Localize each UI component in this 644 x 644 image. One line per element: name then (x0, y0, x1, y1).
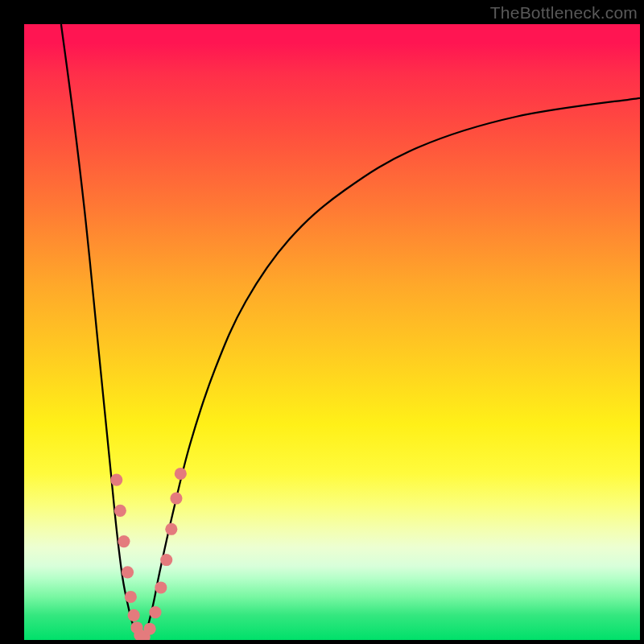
highlight-dot (175, 468, 187, 480)
highlight-dot (149, 606, 161, 618)
highlight-dot (165, 523, 177, 535)
curves-svg (24, 24, 640, 640)
highlight-dot (114, 505, 126, 517)
highlight-dot (122, 566, 134, 578)
right-curve (141, 98, 640, 640)
highlight-dot (125, 591, 137, 603)
highlight-dot (128, 609, 140, 621)
highlight-dot (118, 535, 130, 547)
watermark-text: TheBottleneck.com (490, 3, 638, 23)
highlight-dot (160, 554, 172, 566)
plot-area (24, 24, 640, 640)
chart-frame: TheBottleneck.com (0, 0, 644, 644)
highlight-dot (155, 581, 167, 593)
highlight-dot (143, 623, 155, 635)
highlight-dot (110, 474, 122, 486)
highlight-dot (170, 492, 182, 504)
left-curve (61, 24, 141, 640)
highlight-dots (110, 468, 187, 640)
